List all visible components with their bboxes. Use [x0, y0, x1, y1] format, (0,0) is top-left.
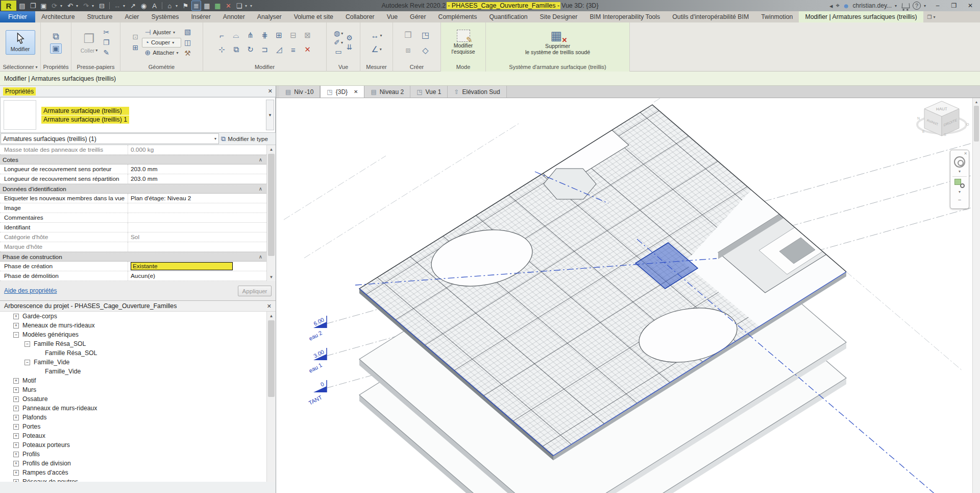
phase-creation-field[interactable]: Existante [131, 262, 233, 270]
property-row[interactable]: Etiqueter les nouveaux membres dans la v… [0, 194, 266, 203]
move-icon[interactable]: ⊹ [218, 45, 225, 54]
property-row[interactable]: Commentaires [0, 213, 266, 223]
panel-label-mesurer[interactable]: Mesurer [360, 62, 393, 72]
property-row[interactable]: Image [0, 203, 266, 213]
tree-item-profils-division[interactable]: +Profils de division [0, 459, 276, 468]
text-icon[interactable]: A [150, 1, 159, 11]
tree-item-meneaux[interactable]: +Meneaux de murs-rideaux [0, 321, 276, 330]
expand-icon[interactable]: + [13, 406, 19, 411]
type-selector-dropdown[interactable]: ▾ [266, 100, 274, 130]
property-row[interactable]: Longueur de recouvrement sens répartitio… [0, 174, 266, 184]
scrollbar-thumb[interactable] [974, 106, 979, 142]
property-row[interactable]: Identifiant [0, 223, 266, 232]
tree-item-murs[interactable]: +Murs [0, 385, 276, 394]
open-icon[interactable]: ❐ [28, 1, 38, 11]
viewcube[interactable]: HAUT AVANT DROITE N E S O [915, 95, 971, 146]
attacher-button[interactable]: ⊕ Attacher ▾ [142, 48, 181, 58]
expand-icon[interactable]: + [13, 415, 19, 420]
app-store-cart-icon[interactable] [902, 3, 910, 8]
3d-view-caret-icon[interactable]: ▾ [176, 4, 180, 8]
section-collapse-icon[interactable]: ∧ [259, 186, 262, 192]
ajuster-button[interactable]: ⊣ Ajuster ▾ [142, 28, 181, 37]
create-parts-icon[interactable]: ◇ [422, 45, 428, 55]
measure-icon[interactable]: ↔ [112, 1, 122, 11]
section-collapse-icon[interactable]: ∧ [259, 254, 262, 260]
tab-modifier-armatures-surfaciques[interactable]: Modifier | Armatures surfaciques (treill… [799, 11, 923, 22]
navbar-close-icon[interactable]: ✕ [964, 151, 969, 156]
hide-element-icon[interactable]: ▭ [335, 48, 342, 56]
panel-label-systeme-armature[interactable]: Système d'armature surfacique (treillis) [486, 62, 629, 72]
tab-analyser[interactable]: Analyser [251, 11, 288, 22]
expand-icon[interactable]: + [13, 470, 19, 476]
qat-customize-icon[interactable]: ▾ [250, 4, 254, 8]
save-icon[interactable]: ▣ [39, 1, 48, 11]
panel-label-selectionner[interactable]: Sélectionner▾ [0, 62, 40, 72]
display-settings-icon[interactable]: ⚙ [346, 34, 353, 42]
properties-scrollbar[interactable]: ▲ ▼ [266, 145, 276, 281]
copy-element-icon[interactable]: ⧉ [233, 45, 239, 54]
edit-sketch-button[interactable]: ✎ Modifierl'esquisse [449, 28, 478, 57]
expand-icon[interactable]: + [13, 396, 19, 402]
tab-outils-interoperabilite-bim[interactable]: Outils d'interopérabilité BIM [666, 11, 755, 22]
ribbon-collapse-button[interactable]: ❐ ▾ [923, 11, 940, 22]
mirror-icon[interactable]: ◿ [276, 45, 282, 54]
property-row[interactable]: Phase de démolitionAucun(e) [0, 271, 266, 281]
tag-icon[interactable]: ◉ [139, 1, 149, 11]
expand-icon[interactable]: + [13, 461, 19, 466]
property-row[interactable]: Masse totale des panneaux de treillis0.0… [0, 145, 266, 155]
expand-icon[interactable]: + [13, 378, 19, 384]
collapse-infocenter-icon[interactable]: ◂ [829, 2, 833, 10]
property-row-phase-creation[interactable]: Phase de création Existante [0, 262, 266, 271]
print-icon[interactable]: ⊟ [97, 1, 107, 11]
minimize-button[interactable]: – [931, 1, 944, 11]
tree-item-modeles-generiques[interactable]: −Modèles génériques [0, 330, 276, 339]
view-tab-elevation-sud[interactable]: ⇧ Elévation Sud [448, 86, 506, 98]
tab-fichier[interactable]: Fichier [0, 11, 35, 22]
help-icon[interactable]: ? [913, 2, 921, 10]
3d-view-canvas[interactable]: 6.00 eau 2 3.00 eau 1 0 TANT [276, 98, 972, 493]
remove-fabric-system-button[interactable]: ▦✕ Supprimerle système de treillis soudé [499, 27, 617, 58]
apply-button[interactable]: Appliquer [238, 286, 272, 296]
tree-item-profils[interactable]: +Profils [0, 450, 276, 459]
tree-item-reseaux-poutres[interactable]: +Réseaux de poutres [0, 477, 276, 482]
rotate-icon[interactable]: ↻ [247, 45, 254, 54]
selection-filter-combo[interactable]: Armatures surfaciques (treillis) (1) ▾ [1, 133, 219, 144]
view-tab-niv-10[interactable]: ▤ Niv -10 [279, 86, 320, 98]
username[interactable]: christian.dey... [853, 2, 892, 9]
revit-logo[interactable]: R [1, 1, 16, 11]
property-row[interactable]: Marque d'hôte [0, 242, 266, 252]
tree-item-ossature[interactable]: +Ossature [0, 394, 276, 404]
steering-wheel-icon[interactable] [954, 156, 965, 168]
account-caret-icon[interactable]: ▾ [895, 4, 899, 8]
sync-caret-icon[interactable]: ▾ [60, 4, 64, 8]
paste-icon[interactable]: ❐ [84, 32, 95, 46]
trim-extend-icon[interactable]: ⊐ [261, 45, 268, 54]
panel-label-mode[interactable]: Mode [441, 62, 485, 72]
tab-annoter[interactable]: Annoter [217, 11, 251, 22]
collapse-icon[interactable]: − [13, 332, 19, 338]
search-icon[interactable]: ⌖ [836, 2, 840, 10]
tab-inserer[interactable]: Insérer [185, 11, 216, 22]
demolish-icon[interactable]: ⚒ [183, 49, 192, 58]
tab-volume-et-site[interactable]: Volume et site [288, 11, 339, 22]
close-view-icon[interactable]: ✕ [354, 89, 358, 95]
panel-label-proprietes[interactable]: Propriétés [41, 62, 71, 72]
tab-vue[interactable]: Vue [381, 11, 404, 22]
property-row[interactable]: Longueur de recouvrement sens porteur203… [0, 165, 266, 174]
property-section-phase[interactable]: Phase de construction∧ [0, 252, 266, 262]
expand-icon[interactable]: + [13, 323, 19, 328]
expand-icon[interactable]: + [13, 387, 19, 393]
default-3d-view-icon[interactable]: ⌂ [165, 1, 175, 11]
measure-angle-icon[interactable]: ∠ [371, 44, 378, 54]
unpin-icon[interactable]: ⊠ [304, 31, 311, 40]
compass-north[interactable]: N [917, 116, 920, 120]
expand-icon[interactable]: + [13, 479, 19, 482]
redo-icon[interactable]: ↷ [81, 1, 91, 11]
measure-caret-icon[interactable]: ▾ [123, 4, 127, 8]
type-selector[interactable]: Armature surfacique (treillis) Armature … [0, 97, 276, 133]
beam-joins-icon[interactable]: ◫ [183, 38, 192, 47]
cut-icon[interactable]: ✂ [102, 28, 111, 37]
properties-palette-icon[interactable]: ▣ [50, 43, 61, 54]
viewcube-top-label[interactable]: HAUT [936, 107, 947, 111]
schedule-icon[interactable]: ▦ [202, 1, 212, 11]
